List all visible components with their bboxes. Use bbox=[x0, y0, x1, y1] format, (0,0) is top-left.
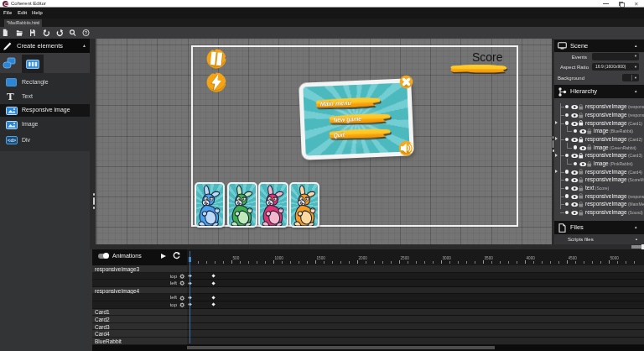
svg-text:<d>: <d> bbox=[8, 138, 17, 143]
svg-text:?: ? bbox=[85, 30, 88, 35]
svg-text:Main menu: Main menu bbox=[320, 99, 352, 107]
